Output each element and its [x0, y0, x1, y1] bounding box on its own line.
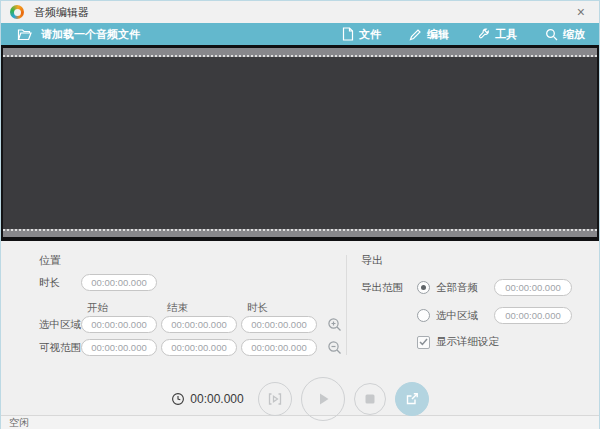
playback-time-value: 00:00.000: [190, 392, 243, 406]
close-icon[interactable]: ×: [577, 4, 585, 20]
radio-all-audio-label: 全部音频: [436, 281, 494, 295]
detail-settings-checkbox[interactable]: [417, 336, 430, 349]
col-header-start: 开始: [81, 301, 161, 315]
zoom-in-icon[interactable]: [327, 317, 342, 332]
visible-duration-field[interactable]: 00:00:00.000: [241, 339, 317, 356]
export-range-label: 导出范围: [361, 281, 417, 295]
export-icon: [404, 391, 420, 407]
stop-icon: [364, 393, 376, 405]
col-header-end: 结束: [161, 301, 241, 315]
wrench-icon: [477, 28, 490, 41]
menu-edit-label: 编辑: [427, 27, 449, 42]
play-selection-icon: [267, 391, 283, 407]
radio-all-audio[interactable]: [417, 281, 430, 294]
menu-zoom-label: 缩放: [563, 27, 585, 42]
pencil-icon: [409, 28, 422, 41]
transport-bar: 00:00.000: [1, 379, 599, 419]
selection-start-field[interactable]: 00:00:00.000: [81, 316, 157, 333]
position-section-title: 位置: [39, 253, 61, 268]
app-logo-icon: [10, 5, 24, 19]
selection-end-field[interactable]: 00:00:00.000: [161, 316, 237, 333]
check-icon: [419, 338, 428, 346]
radio-selected-area-label: 选中区域: [436, 309, 494, 323]
menu-file[interactable]: 文件: [342, 27, 381, 42]
waveform-bottom-scrollstrip[interactable]: [3, 229, 597, 237]
file-icon: [342, 27, 354, 41]
zoom-out-icon[interactable]: [327, 340, 342, 355]
clock-icon: [171, 392, 185, 406]
play-selection-button[interactable]: [258, 382, 292, 416]
magnifier-icon: [545, 28, 558, 41]
load-audio-label: 请加载一个音频文件: [41, 27, 140, 42]
visible-range-row: 可视范围 00:00:00.000 00:00:00.000 00:00:00.…: [39, 339, 342, 356]
play-icon: [314, 390, 332, 408]
visible-start-field[interactable]: 00:00:00.000: [81, 339, 157, 356]
playback-time: 00:00.000: [171, 392, 243, 406]
visible-range-label: 可视范围: [39, 341, 81, 355]
duration-row: 时长 00:00:00.000: [39, 274, 161, 291]
menu-group: 文件 编辑 工具: [342, 27, 585, 42]
selection-label: 选中区域: [39, 318, 81, 332]
waveform-area[interactable]: [1, 45, 599, 241]
duration-label: 时长: [39, 276, 81, 290]
visible-end-field[interactable]: 00:00:00.000: [161, 339, 237, 356]
menu-zoom[interactable]: 缩放: [545, 27, 585, 42]
title-bar: 音频编辑器 ×: [1, 1, 599, 23]
section-divider: [346, 255, 347, 355]
load-audio-button[interactable]: 请加载一个音频文件: [17, 27, 140, 42]
control-panel: 位置 时长 00:00:00.000 开始 结束 时长 选中区域 00:00:0…: [1, 241, 599, 415]
detail-settings-row: 显示详细设定: [417, 335, 499, 349]
export-section-title: 导出: [361, 253, 383, 268]
selection-row: 选中区域 00:00:00.000 00:00:00.000 00:00:00.…: [39, 316, 342, 333]
export-range-row: 导出范围 全部音频 00:00:00.000: [361, 279, 576, 296]
menu-tools[interactable]: 工具: [477, 27, 517, 42]
export-button[interactable]: [395, 382, 429, 416]
detail-settings-label: 显示详细设定: [436, 335, 499, 349]
radio-selected-area[interactable]: [417, 309, 430, 322]
menu-file-label: 文件: [359, 27, 381, 42]
menu-edit[interactable]: 编辑: [409, 27, 449, 42]
duration-field[interactable]: 00:00:00.000: [81, 274, 157, 291]
window-title: 音频编辑器: [34, 5, 89, 20]
export-selection-field[interactable]: 00:00:00.000: [494, 307, 572, 324]
column-headers: 开始 结束 时长: [81, 301, 321, 315]
stop-button[interactable]: [354, 383, 386, 415]
col-header-duration: 时长: [241, 301, 321, 315]
waveform-top-scrollstrip[interactable]: [3, 48, 597, 57]
play-button[interactable]: [301, 377, 345, 421]
selection-duration-field[interactable]: 00:00:00.000: [241, 316, 317, 333]
menu-tools-label: 工具: [495, 27, 517, 42]
app-window: 音频编辑器 × 请加载一个音频文件 文件: [0, 0, 600, 429]
export-all-field[interactable]: 00:00:00.000: [494, 279, 572, 296]
waveform-canvas[interactable]: [3, 57, 597, 229]
export-selection-row: 选中区域 00:00:00.000: [417, 307, 576, 324]
open-folder-icon: [17, 28, 32, 41]
main-toolbar: 请加载一个音频文件 文件 编辑: [1, 23, 599, 45]
